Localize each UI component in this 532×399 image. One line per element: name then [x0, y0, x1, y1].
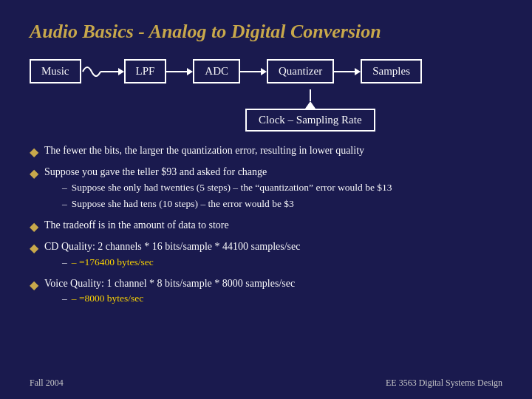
- sub-2-2: Suppose she had tens (10 steps) – the er…: [62, 197, 392, 211]
- diamond-3: ◆: [30, 219, 38, 235]
- bullet-4: ◆ CD Quality: 2 channels * 16 bits/sampl…: [30, 239, 502, 271]
- arrow-adc-quantizer: [240, 60, 267, 83]
- arrow-lpf-adc: [166, 60, 193, 83]
- diamond-5: ◆: [30, 277, 38, 293]
- sub-list-2: Suppose she only had twenties (5 steps) …: [62, 181, 392, 211]
- svg-marker-3: [187, 68, 193, 75]
- svg-marker-5: [261, 68, 267, 75]
- diamond-1: ◆: [30, 144, 38, 160]
- sub-list-5: – =8000 bytes/sec: [62, 292, 295, 306]
- bullet-2: ◆ Suppose you gave the teller $93 and as…: [30, 165, 502, 213]
- clock-section: Clock – Sampling Rate: [30, 89, 502, 132]
- node-adc: ADC: [193, 59, 240, 83]
- wave-arrow: [81, 60, 124, 83]
- clock-arrowhead: [305, 101, 316, 109]
- svg-marker-1: [118, 68, 124, 75]
- clock-arrow-line: [310, 89, 311, 101]
- signal-flow: Music LPF ADC Quantizer: [30, 59, 502, 83]
- slide: Audio Basics - Analog to Digital Convers…: [0, 0, 532, 399]
- diamond-4: ◆: [30, 240, 38, 256]
- node-samples: Samples: [361, 59, 422, 83]
- bullet-list: ◆ The fewer the bits, the larger the qua…: [30, 143, 502, 313]
- footer: Fall 2004 EE 3563 Digital Systems Design: [30, 378, 502, 389]
- slide-title: Audio Basics - Analog to Digital Convers…: [30, 21, 502, 43]
- sub-4-1: – =176400 bytes/sec: [62, 256, 300, 270]
- footer-left: Fall 2004: [30, 378, 64, 389]
- bullet-5: ◆ Voice Quality: 1 channel * 8 bits/samp…: [30, 276, 502, 308]
- node-quantizer: Quantizer: [267, 59, 334, 83]
- sub-5-1: – =8000 bytes/sec: [62, 292, 295, 306]
- svg-marker-9: [305, 101, 316, 109]
- node-lpf: LPF: [124, 59, 167, 83]
- sub-2-1: Suppose she only had twenties (5 steps) …: [62, 181, 392, 195]
- footer-right: EE 3563 Digital Systems Design: [386, 378, 502, 389]
- diamond-2: ◆: [30, 166, 38, 182]
- clock-label-box: Clock – Sampling Rate: [245, 109, 375, 132]
- bullet-3: ◆ The tradeoff is in the amount of data …: [30, 218, 502, 235]
- bullet-1: ◆ The fewer the bits, the larger the qua…: [30, 143, 502, 160]
- node-music: Music: [30, 59, 81, 83]
- svg-marker-7: [355, 68, 361, 75]
- sub-list-4: – =176400 bytes/sec: [62, 256, 300, 270]
- arrow-quantizer-samples: [334, 60, 361, 83]
